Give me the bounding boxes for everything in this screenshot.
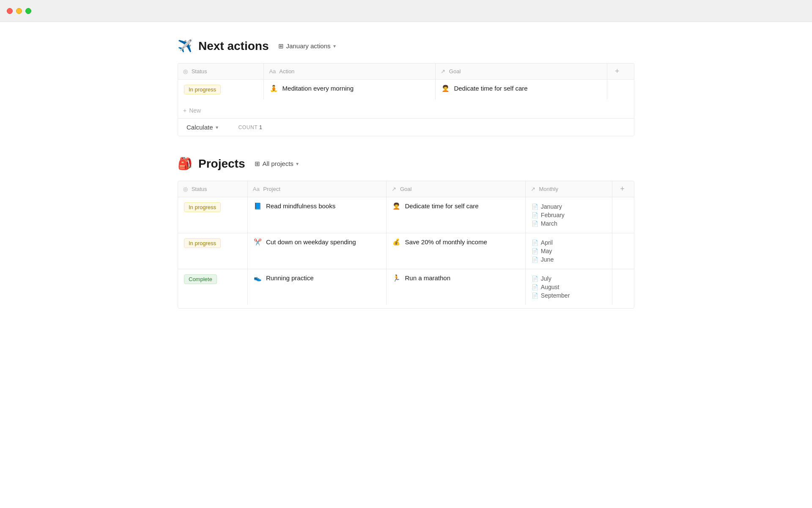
proj-col-header-goal: ↗ Goal bbox=[387, 181, 526, 197]
calculate-button[interactable]: Calculate ▾ bbox=[183, 122, 222, 133]
proj-goal-icon: 🏃 bbox=[392, 274, 401, 282]
table-row: Complete 👟 Running practice 🏃 Run a mara… bbox=[178, 269, 634, 305]
add-column-button[interactable]: + bbox=[612, 66, 622, 76]
doc-icon: 📄 bbox=[532, 240, 538, 246]
col-header-plus[interactable]: + bbox=[607, 64, 634, 80]
grid-icon: ⊞ bbox=[278, 42, 284, 50]
proj-monthly-col-icon: ↗ bbox=[531, 186, 535, 192]
projects-view-label: All projects bbox=[263, 160, 294, 167]
action-icon: 🧘 bbox=[270, 85, 278, 92]
status-badge: Complete bbox=[184, 274, 217, 284]
proj-project-cell: ✂️ Cut down on weekday spending bbox=[247, 233, 387, 269]
plus-icon: + bbox=[183, 107, 187, 114]
col-header-action: Aa Action bbox=[264, 64, 436, 80]
main-content: ✈️ Next actions ⊞ January actions ▾ ◎ St… bbox=[152, 22, 660, 326]
monthly-label: February bbox=[541, 212, 565, 218]
action-col-icon: Aa bbox=[269, 68, 276, 75]
proj-col-header-monthly: ↗ Monthly bbox=[525, 181, 612, 197]
count-value: 1 bbox=[259, 124, 262, 130]
proj-project-col-icon: Aa bbox=[253, 186, 260, 192]
col-header-goal: ↗ Goal bbox=[436, 64, 607, 80]
new-row-button[interactable]: + New bbox=[178, 103, 634, 119]
monthly-label: July bbox=[541, 275, 551, 282]
col-header-status: ◎ Status bbox=[178, 64, 264, 80]
monthly-label: June bbox=[541, 256, 554, 263]
monthly-label: August bbox=[541, 284, 560, 290]
proj-goal-col-icon: ↗ bbox=[392, 186, 396, 192]
goal-icon: 🧑‍🦱 bbox=[442, 85, 450, 92]
proj-goal-cell: 💰 Save 20% of monthly income bbox=[387, 233, 526, 269]
next-actions-title: Next actions bbox=[198, 39, 269, 53]
monthly-item: 📄 April bbox=[532, 238, 606, 247]
proj-monthly-cell: 📄 April 📄 May 📄 June bbox=[525, 233, 612, 269]
new-row-label: New bbox=[189, 107, 201, 114]
proj-goal-cell: 🏃 Run a marathon bbox=[387, 269, 526, 305]
projects-grid-icon: ⊞ bbox=[255, 160, 260, 168]
proj-status-cell: Complete bbox=[178, 269, 247, 305]
projects-view-selector[interactable]: ⊞ All projects ▾ bbox=[251, 158, 302, 169]
project-icon: ✂️ bbox=[254, 238, 262, 246]
doc-icon: 📄 bbox=[532, 221, 538, 227]
action-cell: 🧘 Meditation every morning bbox=[264, 80, 436, 100]
calculate-row: Calculate ▾ COUNT 1 bbox=[178, 119, 634, 136]
next-actions-view-selector[interactable]: ⊞ January actions ▾ bbox=[275, 41, 339, 52]
proj-add-column-button[interactable]: + bbox=[617, 184, 627, 194]
projects-title: Projects bbox=[198, 157, 245, 171]
maximize-button[interactable] bbox=[25, 8, 31, 14]
monthly-item: 📄 September bbox=[532, 291, 606, 300]
proj-goal-text: Dedicate time for self care bbox=[405, 202, 478, 210]
close-button[interactable] bbox=[7, 8, 13, 14]
monthly-label: April bbox=[541, 239, 553, 246]
proj-project-cell: 📘 Read mindfulness books bbox=[247, 197, 387, 233]
proj-monthly-cell: 📄 January 📄 February 📄 March bbox=[525, 197, 612, 233]
status-col-icon: ◎ bbox=[183, 68, 188, 75]
proj-goal-icon: 💰 bbox=[392, 238, 401, 246]
next-actions-header: ✈️ Next actions ⊞ January actions ▾ bbox=[178, 39, 634, 53]
status-badge: In progress bbox=[184, 202, 221, 212]
proj-goal-cell: 🧑‍🦱 Dedicate time for self care bbox=[387, 197, 526, 233]
next-actions-table: ◎ Status Aa Action ↗ Goal + bbox=[178, 64, 634, 99]
table-row: In progress ✂️ Cut down on weekday spend… bbox=[178, 233, 634, 269]
action-text: Meditation every morning bbox=[283, 85, 354, 92]
goal-cell: 🧑‍🦱 Dedicate time for self care bbox=[436, 80, 607, 100]
extra-cell bbox=[607, 80, 634, 100]
monthly-item: 📄 July bbox=[532, 274, 606, 283]
projects-table-wrapper: ◎ Status Aa Project ↗ Goal ↗ Monthly bbox=[178, 181, 634, 309]
monthly-item: 📄 June bbox=[532, 255, 606, 264]
calculate-chevron-icon: ▾ bbox=[216, 124, 218, 130]
count-display: COUNT 1 bbox=[239, 124, 263, 130]
proj-col-header-plus[interactable]: + bbox=[612, 181, 634, 197]
status-badge-inprogress: In progress bbox=[184, 85, 221, 94]
projects-table: ◎ Status Aa Project ↗ Goal ↗ Monthly bbox=[178, 181, 634, 305]
proj-project-cell: 👟 Running practice bbox=[247, 269, 387, 305]
calculate-label: Calculate bbox=[187, 124, 213, 131]
doc-icon: 📄 bbox=[532, 204, 538, 210]
project-text: Read mindfulness books bbox=[266, 202, 335, 210]
table-row: In progress 📘 Read mindfulness books 🧑‍🦱… bbox=[178, 197, 634, 233]
chevron-down-icon: ▾ bbox=[333, 43, 336, 49]
doc-icon: 📄 bbox=[532, 257, 538, 263]
projects-icon: 🎒 bbox=[178, 157, 192, 171]
view-label: January actions bbox=[286, 42, 331, 50]
proj-status-cell: In progress bbox=[178, 197, 247, 233]
project-icon: 📘 bbox=[254, 202, 262, 210]
proj-extra-cell bbox=[612, 233, 634, 269]
table-row: In progress 🧘 Meditation every morning 🧑… bbox=[178, 80, 634, 100]
proj-status-cell: In progress bbox=[178, 233, 247, 269]
monthly-item: 📄 January bbox=[532, 202, 606, 211]
goal-col-icon: ↗ bbox=[441, 68, 445, 75]
project-text: Cut down on weekday spending bbox=[266, 238, 356, 246]
count-label: COUNT bbox=[239, 124, 258, 130]
proj-col-header-project: Aa Project bbox=[247, 181, 387, 197]
projects-chevron-icon: ▾ bbox=[296, 161, 299, 167]
doc-icon: 📄 bbox=[532, 248, 538, 254]
doc-icon: 📄 bbox=[532, 212, 538, 218]
monthly-item: 📄 March bbox=[532, 219, 606, 228]
doc-icon: 📄 bbox=[532, 284, 538, 290]
monthly-label: January bbox=[541, 203, 562, 210]
minimize-button[interactable] bbox=[16, 8, 22, 14]
monthly-label: March bbox=[541, 220, 557, 227]
proj-goal-icon: 🧑‍🦱 bbox=[392, 202, 401, 210]
goal-text: Dedicate time for self care bbox=[454, 85, 527, 92]
monthly-item: 📄 August bbox=[532, 283, 606, 291]
